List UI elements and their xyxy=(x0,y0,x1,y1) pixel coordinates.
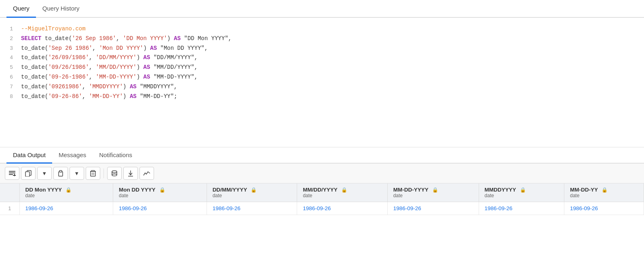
code-as: AS xyxy=(144,54,150,61)
line-number: 6 xyxy=(0,73,21,82)
code-line: 7 to_date('09261986', 'MMDDYYYY') AS "MM… xyxy=(0,82,644,92)
cell-value: 1986-09-26 xyxy=(207,202,297,215)
svg-rect-2 xyxy=(9,174,13,175)
cell-value: 1986-09-26 xyxy=(479,202,564,215)
column-name: MM/DD/YYYY 🔒 xyxy=(303,187,347,193)
column-name: DD/MM/YYYY 🔒 xyxy=(213,187,257,193)
cell-value: 1986-09-26 xyxy=(19,202,113,215)
column-name: Mon DD YYYY 🔒 xyxy=(119,187,165,193)
code-as: AS xyxy=(130,93,137,100)
code-plain: , xyxy=(116,35,123,42)
column-lock-icon: 🔒 xyxy=(600,187,608,193)
code-string: '09-26-1986' xyxy=(48,74,89,80)
column-header: MM-DD-YYYY 🔒date xyxy=(387,183,479,202)
code-content: to_date('26/09/1986', 'DD/MM/YYYY') AS "… xyxy=(21,53,644,63)
code-plain: "MMDDYYYY", xyxy=(137,83,177,90)
cell-value: 1986-09-26 xyxy=(113,202,207,215)
column-lock-icon: 🔒 xyxy=(158,187,165,193)
code-plain: ) xyxy=(123,93,130,100)
paste-dropdown-button[interactable]: ▾ xyxy=(70,167,84,180)
column-header: Mon DD YYYY 🔒date xyxy=(113,183,207,202)
code-plain: to_date( xyxy=(21,54,48,61)
delete-button[interactable] xyxy=(86,167,100,180)
table-row: 11986-09-261986-09-261986-09-261986-09-2… xyxy=(0,202,644,215)
code-plain: , xyxy=(82,93,89,100)
code-line: 3 to_date('Sep 26 1986', 'Mon DD YYYY') … xyxy=(0,44,644,53)
cell-value: 1986-09-26 xyxy=(387,202,479,215)
svg-rect-11 xyxy=(92,170,94,171)
paste-button[interactable] xyxy=(53,167,68,180)
svg-rect-8 xyxy=(59,170,62,172)
line-number: 8 xyxy=(0,92,21,101)
code-comment: --MiguelTroyano.com xyxy=(21,26,86,32)
column-name: MM-DD-YYYY 🔒 xyxy=(393,187,438,193)
code-plain: ) xyxy=(137,74,144,80)
column-lock-icon: 🔒 xyxy=(340,187,347,193)
code-plain: "MM/DD/YYYY", xyxy=(150,64,198,70)
code-string: 'MM-DD-YYYY' xyxy=(96,74,137,80)
copy-button[interactable] xyxy=(21,167,36,180)
tab-data-output[interactable]: Data Output xyxy=(6,147,52,164)
code-line: 1--MiguelTroyano.com xyxy=(0,24,644,34)
cell-value: 1986-09-26 xyxy=(297,202,388,215)
filter-button[interactable] xyxy=(139,167,154,180)
column-type: date xyxy=(485,193,558,198)
code-content: --MiguelTroyano.com xyxy=(21,24,644,34)
code-plain: , xyxy=(89,74,96,80)
svg-rect-1 xyxy=(9,173,15,173)
code-keyword: SELECT xyxy=(21,35,41,42)
row-num-header xyxy=(0,183,19,202)
code-content: to_date('09261986', 'MMDDYYYY') AS "MMDD… xyxy=(21,82,644,92)
code-plain: ) xyxy=(167,35,174,42)
code-plain: ) xyxy=(123,83,130,90)
code-plain: , xyxy=(82,83,89,90)
code-plain: to_date( xyxy=(21,93,48,100)
save-data-button[interactable] xyxy=(107,167,122,180)
column-type: date xyxy=(213,193,291,198)
code-content: to_date('09-26-86', 'MM-DD-YY') AS "MM-D… xyxy=(21,92,644,102)
column-lock-icon: 🔒 xyxy=(249,187,257,193)
code-plain: to_date( xyxy=(21,64,48,70)
code-plain: to_date( xyxy=(21,74,48,80)
tab-query[interactable]: Query xyxy=(6,0,36,18)
line-number: 5 xyxy=(0,63,21,72)
code-editor[interactable]: 1--MiguelTroyano.com2SELECT to_date('26 … xyxy=(0,18,644,147)
line-number: 7 xyxy=(0,83,21,92)
code-line: 5 to_date('09/26/1986', 'MM/DD/YYYY') AS… xyxy=(0,63,644,72)
column-lock-icon: 🔒 xyxy=(431,187,438,193)
code-plain: "MM-DD-YYYY", xyxy=(150,74,198,80)
code-plain: "Mon DD YYYY", xyxy=(157,45,208,51)
add-row-button[interactable] xyxy=(5,167,19,180)
code-line: 8 to_date('09-26-86', 'MM-DD-YY') AS "MM… xyxy=(0,92,644,102)
top-tabs: Query Query History xyxy=(0,0,644,18)
code-string: '09261986' xyxy=(48,83,82,90)
code-content: to_date('Sep 26 1986', 'Mon DD YYYY') AS… xyxy=(21,44,644,53)
code-as: AS xyxy=(144,64,150,70)
code-plain: "MM-DD-YY"; xyxy=(137,93,177,100)
bottom-tabs: Data Output Messages Notifications xyxy=(0,147,644,164)
tab-messages[interactable]: Messages xyxy=(52,147,93,164)
code-string: 'DD Mon YYYY' xyxy=(123,35,167,42)
column-header: MM/DD/YYYY 🔒date xyxy=(297,183,388,202)
row-number: 1 xyxy=(0,202,19,215)
tab-query-history[interactable]: Query History xyxy=(36,0,86,18)
code-string: 'MMDDYYYY' xyxy=(89,83,123,90)
tab-notifications[interactable]: Notifications xyxy=(93,147,139,164)
download-button[interactable] xyxy=(123,167,138,180)
data-table: DD Mon YYYY 🔒dateMon DD YYYY 🔒dateDD/MM/… xyxy=(0,183,644,215)
svg-rect-9 xyxy=(91,171,95,176)
data-table-wrapper: DD Mon YYYY 🔒dateMon DD YYYY 🔒dateDD/MM/… xyxy=(0,183,644,215)
code-as: AS xyxy=(130,83,137,90)
code-line: 2SELECT to_date('26 Sep 1986', 'DD Mon Y… xyxy=(0,34,644,44)
line-number: 1 xyxy=(0,25,21,34)
code-plain: "DD/MM/YYYY", xyxy=(150,54,198,61)
column-type: date xyxy=(119,193,201,198)
svg-rect-4 xyxy=(13,175,16,176)
column-header: MMDDYYYY 🔒date xyxy=(479,183,564,202)
code-string: '09/26/1986' xyxy=(48,64,89,70)
code-plain: to_date( xyxy=(21,45,48,51)
copy-dropdown-button[interactable]: ▾ xyxy=(37,167,52,180)
code-string: '26/09/1986' xyxy=(48,54,89,61)
line-number: 2 xyxy=(0,34,21,43)
column-lock-icon: 🔒 xyxy=(519,187,526,193)
